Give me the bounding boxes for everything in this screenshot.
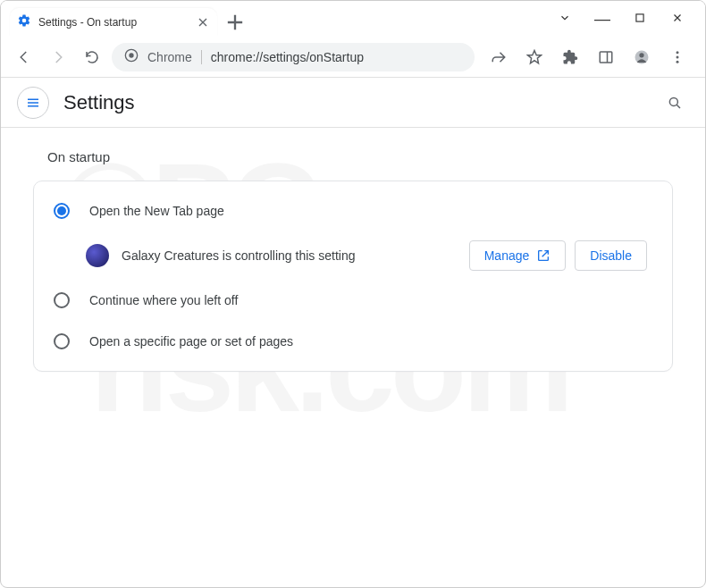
- new-tab-button[interactable]: [223, 10, 248, 35]
- close-icon[interactable]: [196, 15, 210, 29]
- radio-label: Continue where you left off: [89, 293, 238, 307]
- chevron-down-icon[interactable]: [557, 12, 573, 27]
- svg-rect-3: [600, 52, 612, 63]
- url-path: chrome://settings/onStartup: [211, 50, 364, 64]
- extension-message: Galaxy Creatures is controlling this set…: [122, 248, 457, 263]
- url-prefix: Chrome: [147, 50, 192, 64]
- maximize-button[interactable]: [632, 12, 648, 27]
- extension-notice: Galaxy Creatures is controlling this set…: [34, 231, 672, 280]
- disable-button[interactable]: Disable: [575, 240, 647, 271]
- search-icon[interactable]: [660, 88, 689, 117]
- gear-icon: [17, 13, 31, 31]
- hamburger-menu-button[interactable]: [17, 87, 49, 119]
- radio-label: Open the New Tab page: [89, 204, 224, 218]
- page-title: Settings: [63, 91, 135, 114]
- url-divider: [201, 50, 202, 64]
- svg-point-8: [677, 60, 679, 63]
- radio-icon: [54, 333, 70, 349]
- extensions-icon[interactable]: [557, 44, 584, 71]
- external-link-icon: [536, 248, 551, 263]
- extension-icon: [86, 244, 109, 267]
- radio-icon: [54, 203, 70, 219]
- forward-button[interactable]: [44, 43, 72, 71]
- manage-button[interactable]: Manage: [469, 240, 567, 271]
- tab-title: Settings - On startup: [38, 16, 189, 29]
- profile-icon[interactable]: [628, 44, 655, 71]
- option-specific-pages[interactable]: Open a specific page or set of pages: [34, 321, 672, 362]
- chrome-icon: [124, 48, 139, 65]
- url-bar[interactable]: Chrome chrome://settings/onStartup: [112, 43, 475, 71]
- startup-card: Open the New Tab page Galaxy Creatures i…: [33, 181, 673, 372]
- kebab-menu-icon[interactable]: [664, 44, 691, 71]
- manage-label: Manage: [484, 248, 530, 263]
- disable-label: Disable: [590, 248, 632, 263]
- svg-rect-0: [636, 13, 643, 21]
- svg-point-5: [639, 53, 643, 57]
- radio-icon: [54, 292, 70, 308]
- svg-point-2: [129, 53, 133, 57]
- option-continue[interactable]: Continue where you left off: [34, 280, 672, 321]
- svg-point-9: [669, 97, 677, 105]
- sidepanel-icon[interactable]: [593, 44, 619, 71]
- section-label: On startup: [47, 149, 673, 164]
- back-button[interactable]: [10, 43, 38, 71]
- reload-button[interactable]: [78, 43, 106, 71]
- bookmark-icon[interactable]: [521, 44, 548, 71]
- svg-point-7: [677, 55, 679, 58]
- close-window-button[interactable]: [669, 12, 685, 27]
- share-icon[interactable]: [485, 44, 512, 71]
- svg-point-6: [677, 51, 679, 54]
- browser-tab[interactable]: Settings - On startup: [10, 8, 217, 37]
- minimize-button[interactable]: —: [594, 16, 610, 21]
- option-open-new-tab[interactable]: Open the New Tab page: [34, 190, 672, 231]
- radio-label: Open a specific page or set of pages: [89, 334, 293, 349]
